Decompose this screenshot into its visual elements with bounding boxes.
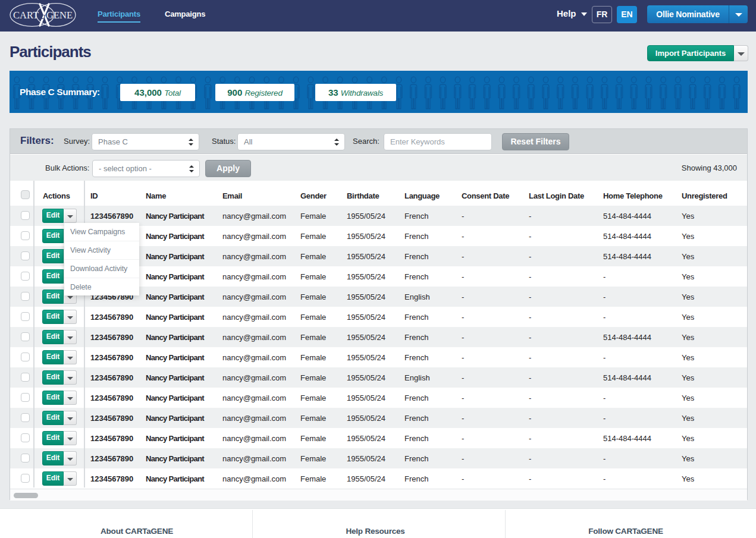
svg-text:GENE: GENE bbox=[46, 10, 73, 21]
svg-text:CART: CART bbox=[13, 10, 39, 21]
svg-text:a: a bbox=[41, 11, 46, 21]
